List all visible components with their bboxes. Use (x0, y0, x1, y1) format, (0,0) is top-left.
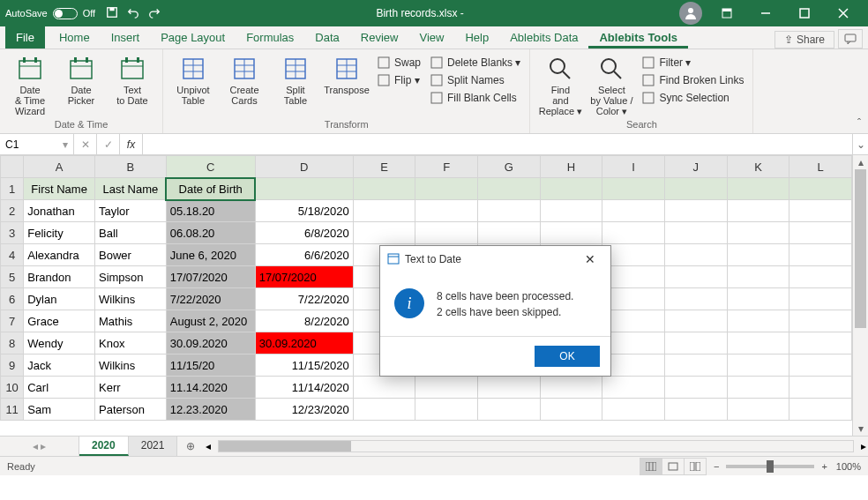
tab-review[interactable]: Review (350, 26, 409, 49)
close-icon[interactable] (824, 0, 863, 26)
col-header-E[interactable]: E (353, 156, 415, 178)
ok-button[interactable]: OK (535, 346, 600, 367)
cell[interactable]: Wilkins (94, 288, 166, 310)
cell[interactable] (789, 288, 852, 310)
cell[interactable] (727, 354, 789, 377)
row-header-5[interactable]: 5 (1, 266, 24, 288)
cell[interactable]: Alexandra (24, 244, 95, 266)
unpivot-table-button[interactable]: UnpivotTable (168, 53, 218, 108)
cell[interactable] (540, 377, 602, 399)
cell[interactable] (789, 200, 852, 222)
cell[interactable] (353, 222, 415, 244)
cell[interactable]: Sam (24, 399, 95, 421)
cell[interactable] (727, 399, 789, 421)
cell[interactable]: Ball (94, 222, 166, 244)
hscroll-thumb[interactable] (219, 441, 351, 451)
row-header-7[interactable]: 7 (1, 310, 24, 332)
tab-view[interactable]: View (408, 26, 454, 49)
scrollbar-thumb[interactable] (855, 169, 866, 328)
row-header-10[interactable]: 10 (1, 377, 24, 399)
horizontal-scrollbar[interactable]: ◂ ▸ (204, 437, 868, 456)
fill-blank-cells-button[interactable]: Fill Blank Cells (426, 90, 524, 106)
col-header-D[interactable]: D (255, 156, 353, 178)
col-header-I[interactable]: I (602, 156, 665, 178)
select-by-value-color--button[interactable]: Selectby Value / Color ▾ (587, 53, 636, 119)
collapse-ribbon-icon[interactable]: ˆ (857, 117, 861, 130)
select-all-corner[interactable] (1, 156, 24, 178)
cell[interactable]: Taylor (94, 200, 166, 222)
cell[interactable] (353, 200, 415, 222)
cell[interactable] (727, 266, 789, 288)
header-cell[interactable]: Last Name (94, 178, 166, 200)
normal-view-icon[interactable] (640, 458, 662, 475)
tab-ablebits-tools[interactable]: Ablebits Tools (588, 26, 688, 49)
cell[interactable] (415, 200, 478, 222)
cancel-formula-icon[interactable]: ✕ (74, 134, 97, 154)
cell[interactable] (415, 178, 478, 200)
zoom-in-icon[interactable]: + (821, 461, 827, 472)
cell[interactable] (478, 222, 541, 244)
cell[interactable]: Wilkins (94, 354, 166, 377)
cell[interactable] (789, 399, 852, 421)
user-avatar[interactable] (679, 2, 702, 25)
cell[interactable]: Wendy (24, 332, 95, 354)
cell[interactable] (602, 266, 665, 288)
transpose-button[interactable]: Transpose (322, 53, 371, 97)
ribbon-options-icon[interactable] (707, 0, 746, 26)
cell[interactable]: Simpson (94, 266, 166, 288)
cell[interactable] (789, 244, 852, 266)
scroll-up-icon[interactable]: ▴ (853, 155, 868, 169)
scroll-down-icon[interactable]: ▾ (853, 422, 868, 436)
cell[interactable]: Dylan (24, 288, 95, 310)
header-cell[interactable]: Date of Birth (166, 178, 255, 200)
cell[interactable]: 11/15/20 (166, 354, 255, 377)
cell[interactable]: Grace (24, 310, 95, 332)
sheet-nav[interactable]: ◂ ▸ (0, 437, 79, 456)
cell[interactable]: 5/18/2020 (255, 200, 353, 222)
cell[interactable] (255, 178, 353, 200)
fx-icon[interactable]: fx (120, 134, 143, 154)
cell[interactable] (415, 399, 478, 421)
redo-icon[interactable] (148, 6, 161, 21)
col-header-F[interactable]: F (415, 156, 478, 178)
sheet-tab-2021[interactable]: 2021 (129, 437, 178, 456)
cell[interactable] (727, 222, 789, 244)
col-header-H[interactable]: H (540, 156, 602, 178)
cell[interactable] (478, 178, 541, 200)
cell[interactable] (727, 332, 789, 354)
cell[interactable]: 12.23.2020 (166, 399, 255, 421)
cell[interactable] (664, 354, 727, 377)
cell[interactable]: Jack (24, 354, 95, 377)
cell[interactable]: 11/15/2020 (255, 354, 353, 377)
cell[interactable] (353, 377, 415, 399)
col-header-J[interactable]: J (664, 156, 727, 178)
find-and-replace--button[interactable]: Findand Replace ▾ (535, 53, 585, 119)
tab-insert[interactable]: Insert (101, 26, 151, 49)
tab-data[interactable]: Data (304, 26, 349, 49)
tab-ablebits-data[interactable]: Ablebits Data (499, 26, 588, 49)
cell[interactable] (727, 178, 789, 200)
row-header-11[interactable]: 11 (1, 399, 24, 421)
cell[interactable]: 11/14/2020 (255, 377, 353, 399)
tab-help[interactable]: Help (454, 26, 499, 49)
text-to-date-button[interactable]: Textto Date (108, 53, 157, 108)
cell[interactable]: Mathis (94, 310, 166, 332)
flip--button[interactable]: Flip ▾ (373, 72, 424, 88)
cell[interactable] (540, 399, 602, 421)
zoom-level[interactable]: 100% (836, 461, 861, 472)
cell[interactable]: 8/2/2020 (255, 310, 353, 332)
cell[interactable]: 6/6/2020 (255, 244, 353, 266)
row-header-9[interactable]: 9 (1, 354, 24, 377)
cell[interactable]: Felicity (24, 222, 95, 244)
col-header-K[interactable]: K (727, 156, 789, 178)
minimize-icon[interactable] (746, 0, 785, 26)
row-header-6[interactable]: 6 (1, 288, 24, 310)
maximize-icon[interactable] (785, 0, 824, 26)
cell[interactable] (727, 310, 789, 332)
cell[interactable] (727, 377, 789, 399)
cell[interactable] (664, 399, 727, 421)
zoom-slider[interactable] (726, 465, 814, 468)
comments-button[interactable] (838, 29, 863, 49)
cell[interactable] (664, 266, 727, 288)
cell[interactable] (602, 310, 665, 332)
